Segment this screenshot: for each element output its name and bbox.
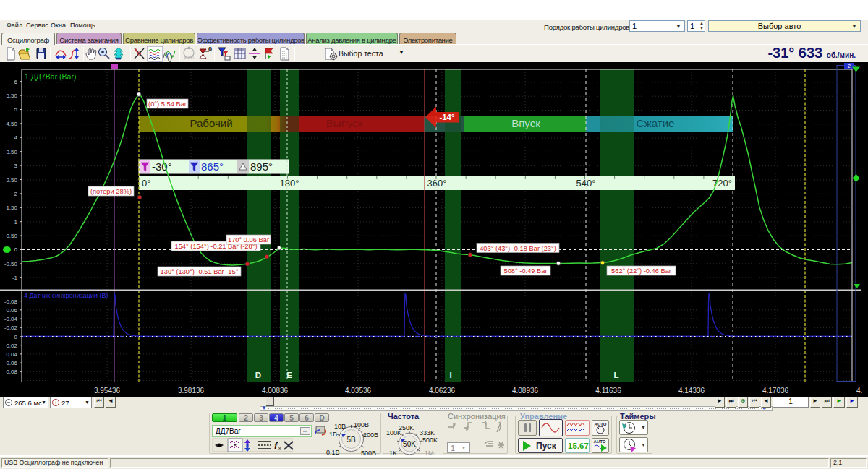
svg-text:508° -0.49 Bar: 508° -0.49 Bar [503, 267, 547, 275]
svg-text:3.50: 3.50 [6, 149, 17, 155]
svg-text:0.02: 0.02 [6, 343, 17, 349]
svg-text:50K: 50K [403, 440, 416, 448]
svg-text:865°: 865° [201, 160, 224, 173]
svg-text:0.08: 0.08 [6, 369, 17, 375]
svg-text:I: I [449, 371, 451, 379]
svg-text:100В: 100В [354, 421, 369, 429]
svg-text:130° (130°) -0.51 Bar -15°: 130° (130°) -0.51 Bar -15° [161, 268, 239, 275]
svg-text:4.11636: 4.11636 [595, 387, 621, 395]
svg-text:4.50: 4.50 [6, 121, 17, 127]
svg-text:Впуск: Впуск [511, 117, 540, 129]
svg-text:170° 0.06 Bar: 170° 0.06 Bar [228, 236, 269, 244]
svg-text:500В: 500В [361, 449, 376, 456]
svg-text:2: 2 [14, 191, 18, 197]
svg-text:4 Датчик синхронизации (В): 4 Датчик синхронизации (В) [24, 292, 109, 299]
svg-text:-0.08: -0.08 [4, 298, 18, 305]
svg-text:4.00836: 4.00836 [262, 387, 289, 395]
svg-text:4.03536: 4.03536 [345, 387, 372, 395]
svg-text:Сжатие: Сжатие [637, 117, 675, 129]
svg-text:333K: 333K [420, 429, 435, 436]
svg-text:1М: 1М [425, 449, 434, 456]
svg-text:Рабочий: Рабочий [190, 117, 232, 129]
svg-text:-0.06: -0.06 [4, 307, 18, 314]
svg-text:1 ДД7Bar (Bar): 1 ДД7Bar (Bar) [25, 72, 76, 81]
svg-text:-0.50: -0.50 [4, 261, 18, 267]
svg-text:-1: -1 [12, 275, 18, 281]
svg-text:4.14336: 4.14336 [678, 387, 705, 395]
svg-text:2: 2 [848, 64, 851, 69]
svg-text:500K: 500K [422, 436, 438, 444]
svg-text:(потери 28%): (потери 28%) [90, 188, 132, 195]
svg-text:0.06: 0.06 [6, 360, 17, 366]
svg-text:-30°: -30° [152, 160, 172, 173]
svg-text:Выпуск: Выпуск [326, 117, 363, 129]
svg-text:0.50: 0.50 [6, 233, 17, 239]
svg-text:403° (43°) -0.18 Bar (23°): 403° (43°) -0.18 Bar (23°) [480, 245, 556, 252]
svg-text:2.50: 2.50 [6, 177, 17, 184]
svg-text:180°: 180° [280, 178, 299, 189]
svg-text:360°: 360° [427, 178, 447, 189]
svg-text:6: 6 [14, 79, 18, 85]
svg-text:0: 0 [14, 246, 18, 253]
svg-text:(0°) 5.54 Bar: (0°) 5.54 Bar [148, 100, 187, 108]
svg-text:0.1В: 0.1В [326, 449, 340, 456]
svg-text:1: 1 [14, 219, 18, 225]
svg-text:4.: 4. [856, 387, 862, 395]
svg-text:-0.02: -0.02 [4, 324, 18, 331]
svg-text:L: L [613, 371, 618, 379]
svg-text:5.50: 5.50 [6, 92, 17, 99]
svg-text:10В: 10В [334, 423, 346, 430]
svg-text:1.50: 1.50 [6, 205, 17, 211]
svg-text:3: 3 [14, 163, 18, 169]
svg-text:5: 5 [14, 106, 18, 113]
svg-text:895°: 895° [250, 160, 273, 173]
svg-text:AUTO: AUTO [594, 439, 606, 444]
svg-text:-14°: -14° [439, 113, 455, 121]
svg-text:x: x [278, 446, 281, 451]
svg-text:-0.04: -0.04 [4, 316, 18, 322]
svg-text:D: D [255, 371, 261, 379]
svg-text:4.08936: 4.08936 [512, 387, 539, 395]
svg-text:1K: 1K [389, 449, 397, 456]
svg-text:4: 4 [14, 134, 18, 141]
svg-text:AUTO: AUTO [184, 56, 194, 60]
svg-text:0°: 0° [142, 178, 150, 189]
svg-text:4.06236: 4.06236 [429, 387, 456, 395]
svg-text:5В: 5В [346, 436, 356, 444]
svg-text:562° (22°) -0.46 Bar: 562° (22°) -0.46 Bar [611, 267, 671, 275]
svg-text:100K: 100K [386, 429, 401, 436]
svg-text:3.95436: 3.95436 [94, 387, 121, 395]
svg-text:4.17036: 4.17036 [762, 387, 789, 395]
svg-text:3.98136: 3.98136 [178, 387, 205, 395]
svg-text:0: 0 [14, 334, 18, 340]
svg-text:AUTO: AUTO [595, 422, 607, 426]
svg-text:0.04: 0.04 [6, 351, 17, 358]
svg-text:200В: 200В [363, 431, 378, 439]
svg-text:1В: 1В [329, 431, 337, 438]
svg-text:E: E [286, 371, 292, 379]
